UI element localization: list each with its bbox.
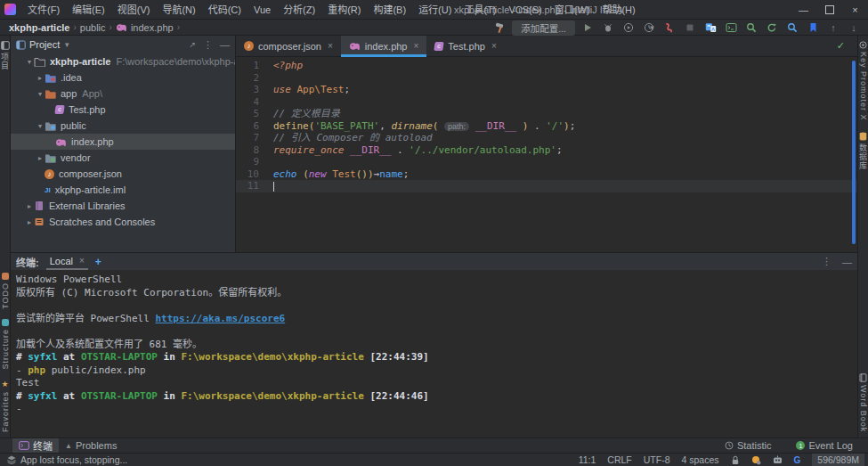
terminal-panel: 终端: Local × + ⋮ — Windows PowerShell版权所有… xyxy=(11,252,857,437)
project-view-icon xyxy=(16,40,26,50)
menu-item[interactable]: 重构(R) xyxy=(321,0,367,20)
tree-item-composer.json[interactable]: ♪composer.json xyxy=(11,166,235,182)
breadcrumb-item[interactable]: xkphp-article xyxy=(9,22,69,33)
breadcrumb-item[interactable]: index.php xyxy=(131,22,174,33)
stripe-button-TODO[interactable]: TODO xyxy=(1,273,10,309)
options-menu-icon[interactable]: ⋮ xyxy=(203,39,213,51)
close-icon[interactable]: × xyxy=(79,256,85,266)
tree-item-index.php[interactable]: index.php xyxy=(11,134,235,150)
editor-tab-index.php[interactable]: index.php× xyxy=(341,36,427,56)
tree-chevron-icon[interactable]: ▾ xyxy=(36,90,45,98)
hide-panel-icon[interactable]: — xyxy=(842,256,852,267)
menu-item[interactable]: 视图(V) xyxy=(111,0,157,20)
stripe-button-Word Book[interactable]: Word Book xyxy=(859,373,868,432)
code-editor[interactable]: 1<?php23use App\Test;45// 定义根目录6define('… xyxy=(236,57,857,252)
line-number: 1 xyxy=(236,60,259,72)
tree-item-Scratches and Consoles[interactable]: ▸Scratches and Consoles xyxy=(11,214,235,230)
robot-plugin-icon[interactable] xyxy=(773,455,783,464)
lock-icon[interactable] xyxy=(731,455,740,465)
editor-tab-bar: ♪composer.json×index.php×cTest.php× xyxy=(236,36,857,57)
profiler-icon[interactable]: ▾ xyxy=(642,20,656,35)
toolwindow-statistic-button[interactable]: Statistic xyxy=(718,440,778,451)
breadcrumb-item[interactable]: public xyxy=(80,22,106,33)
chevron-down-icon: ▼ xyxy=(63,41,70,49)
replace-icon[interactable] xyxy=(765,20,779,35)
tree-item-xkphp-article.iml[interactable]: JIxkphp-article.iml xyxy=(11,182,235,198)
tree-item-public[interactable]: ▾public xyxy=(11,118,235,134)
close-button[interactable]: × xyxy=(842,0,868,20)
stripe-button-Key Promoter X[interactable]: Key Promoter X xyxy=(859,41,868,121)
navigate-up-icon[interactable]: ↑ xyxy=(826,20,840,35)
project-tree: ▾xkphp-articleF:\workspace\demo\xkphp-ar… xyxy=(11,53,235,252)
terminal-output[interactable]: Windows PowerShell版权所有 (C) Microsoft Cor… xyxy=(11,270,857,416)
stripe-button-数据库[interactable]: 数据库 xyxy=(857,132,868,170)
debug-icon[interactable] xyxy=(601,20,615,35)
terminal-link[interactable]: https://aka.ms/pscore6 xyxy=(155,313,285,324)
new-terminal-session-button[interactable]: + xyxy=(95,256,101,268)
close-icon[interactable]: × xyxy=(414,41,419,51)
toolwindow-problems-button[interactable]: ▲ Problems xyxy=(59,438,123,453)
run-configuration-selector[interactable]: 添加配置... xyxy=(512,20,575,36)
memory-indicator[interactable]: 596/989M xyxy=(812,454,864,466)
encoding-widget[interactable]: UTF-8 xyxy=(644,454,670,465)
tree-item-External Libraries[interactable]: ▸External Libraries xyxy=(11,198,235,214)
tree-chevron-icon[interactable]: ▸ xyxy=(25,202,34,210)
toolwindow-event-log-button[interactable]: 1 Event Log xyxy=(790,440,859,451)
hide-panel-icon[interactable]: — xyxy=(220,39,230,51)
run-anything-icon[interactable] xyxy=(724,20,738,35)
attach-debugger-icon[interactable] xyxy=(662,20,677,35)
tree-item-vendor[interactable]: ▸vendor xyxy=(11,150,235,166)
run-icon[interactable] xyxy=(580,20,595,35)
build-hammer-icon[interactable] xyxy=(492,20,507,35)
inspection-ok-icon[interactable]: ✓ xyxy=(837,40,845,52)
tree-chevron-icon[interactable]: ▸ xyxy=(36,74,45,82)
select-opened-file-icon[interactable]: ↗ xyxy=(189,39,196,51)
translate-icon[interactable] xyxy=(703,20,718,35)
tree-chevron-icon[interactable]: ▸ xyxy=(25,218,34,226)
menu-item[interactable]: 文件(F) xyxy=(21,0,66,20)
menu-item[interactable]: 编辑(E) xyxy=(66,0,111,20)
breadcrumb-separator: › xyxy=(177,22,180,32)
stripe-button-项目[interactable]: 项目 xyxy=(0,41,11,70)
menu-item[interactable]: Vue xyxy=(247,0,277,20)
notification-gear-icon[interactable] xyxy=(751,455,761,465)
background-tasks-icon[interactable] xyxy=(7,455,16,464)
google-translate-icon[interactable]: G xyxy=(794,455,801,465)
menu-item[interactable]: 运行(U) xyxy=(412,0,458,20)
editor-tab-composer.json[interactable]: ♪composer.json× xyxy=(236,36,341,56)
project-view-selector[interactable]: Project xyxy=(29,39,60,50)
line-ending-widget[interactable]: CRLF xyxy=(607,454,631,465)
tree-item-Test.php[interactable]: cTest.php xyxy=(11,102,235,118)
close-icon[interactable]: × xyxy=(328,41,333,51)
editor-scrollbar[interactable] xyxy=(852,61,856,244)
project-tw-icon xyxy=(1,41,10,50)
bookmark-icon[interactable] xyxy=(806,20,820,35)
maximize-button[interactable] xyxy=(816,0,842,20)
menu-item[interactable]: 分析(Z) xyxy=(277,0,321,20)
coverage-icon[interactable] xyxy=(621,20,636,35)
options-menu-icon[interactable]: ⋮ xyxy=(822,256,831,267)
tree-item-.idea[interactable]: ▸.idea xyxy=(11,69,235,86)
caret-position-widget[interactable]: 11:1 xyxy=(579,454,596,465)
find-icon[interactable] xyxy=(785,20,799,35)
menu-item[interactable]: 导航(N) xyxy=(156,0,201,20)
tree-chevron-icon[interactable]: ▾ xyxy=(25,58,34,66)
close-icon[interactable]: × xyxy=(491,41,497,51)
toolwindow-terminal-button[interactable]: 终端 xyxy=(12,438,59,453)
navigate-down-icon[interactable]: ↓ xyxy=(847,20,861,35)
tree-chevron-icon[interactable]: ▸ xyxy=(36,154,45,162)
tree-chevron-icon[interactable]: ▾ xyxy=(36,122,45,130)
tree-item-app[interactable]: ▾appApp\ xyxy=(11,86,235,102)
search-green-icon[interactable] xyxy=(744,20,758,35)
indent-widget[interactable]: 4 spaces xyxy=(681,454,718,465)
menu-item[interactable]: 构建(B) xyxy=(367,0,412,20)
terminal-tab-local[interactable]: Local × xyxy=(46,253,88,270)
stripe-button-Structure[interactable]: Structure xyxy=(1,319,10,370)
tree-item-xkphp-article[interactable]: ▾xkphp-articleF:\workspace\demo\xkphp-ar… xyxy=(11,53,235,69)
menu-item[interactable]: 代码(C) xyxy=(202,0,247,20)
idea-folder-icon xyxy=(45,73,56,83)
stop-icon[interactable] xyxy=(683,20,697,35)
minimize-button[interactable]: — xyxy=(791,0,816,20)
stripe-button-Favorites[interactable]: ★Favorites xyxy=(1,380,10,432)
editor-tab-Test.php[interactable]: cTest.php× xyxy=(426,36,504,56)
